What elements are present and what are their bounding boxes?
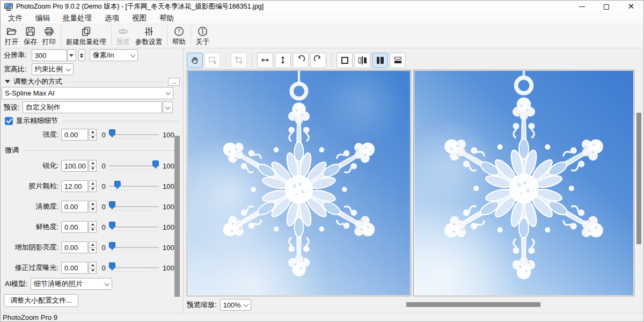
shadow-brightness-input[interactable]: 0.00	[61, 241, 88, 253]
sharpen-slider[interactable]	[109, 160, 159, 172]
menu-file[interactable]: 文件	[2, 13, 29, 24]
view-top-bottom-button[interactable]	[390, 53, 406, 68]
original-image-pane[interactable]	[187, 70, 411, 296]
crop-tool-button	[231, 53, 247, 68]
slider-handle[interactable]	[109, 222, 115, 230]
resize-method-combo[interactable]: S-Spline Max AI	[2, 87, 173, 99]
menu-edit[interactable]: 编辑	[29, 13, 56, 24]
overexposure-slider-row: 修正过度曝光: 0.00 0 100	[1, 261, 173, 274]
photozoom-window: PhotoZoom Pro 9.0.2 (Demo 版本) - [千库网_冬天冬…	[0, 0, 644, 322]
pan-hand-icon	[190, 55, 200, 65]
save-button[interactable]: 保存	[21, 25, 40, 47]
preview-button: 预览	[114, 25, 133, 47]
shadow-brightness-spinner[interactable]	[89, 241, 97, 253]
finetune-group-label: 微调	[5, 145, 19, 155]
film-grain-slider[interactable]	[109, 180, 159, 192]
minimize-button[interactable]	[569, 1, 594, 13]
preset-label: 预设:	[4, 103, 20, 112]
resolution-spin-button[interactable]	[78, 49, 85, 61]
close-button[interactable]: ✕	[619, 1, 643, 13]
menu-view[interactable]: 视图	[126, 13, 153, 24]
strength-spinner[interactable]	[89, 129, 97, 141]
toolbar-separator	[191, 26, 191, 46]
view-single-button[interactable]	[336, 53, 353, 68]
rotate-left-icon	[296, 55, 305, 65]
resolution-unit-combo[interactable]: 像素/in	[90, 49, 138, 61]
parameters-sliders-icon	[143, 26, 155, 37]
sharpen-input[interactable]: 100.00	[61, 160, 88, 172]
crispness-slider[interactable]	[109, 201, 159, 213]
vividness-slider[interactable]	[109, 221, 159, 233]
slider-handle[interactable]	[109, 242, 115, 250]
rotate-left-button[interactable]	[292, 53, 309, 68]
vividness-input[interactable]: 0.00	[61, 221, 88, 233]
overexposure-spinner[interactable]	[89, 262, 97, 274]
fine-detail-checkbox[interactable]	[5, 117, 13, 125]
help-button[interactable]: ? 帮助	[170, 25, 188, 47]
slider-handle[interactable]	[109, 262, 115, 270]
pan-tool-button[interactable]	[187, 53, 203, 68]
collapse-arrow-icon[interactable]	[5, 80, 10, 83]
crispness-spinner[interactable]	[89, 201, 97, 213]
new-batch-button[interactable]: 新建批量处理	[63, 25, 109, 47]
more-options-button[interactable]: ...	[168, 78, 180, 86]
overexposure-slider[interactable]	[109, 262, 159, 274]
ai-model-combo[interactable]: 细节清晰的照片	[31, 278, 112, 290]
menu-bar: 文件 编辑 批量处理 选项 视图 帮助	[1, 13, 643, 24]
view-split-button[interactable]	[354, 53, 370, 68]
crispness-input[interactable]: 0.00	[61, 201, 88, 213]
preview-zoom-combo[interactable]: 100%	[220, 299, 251, 311]
horizontal-scrollbar[interactable]	[406, 302, 540, 307]
sharpen-spinner[interactable]	[89, 160, 97, 172]
original-snowflake-image	[188, 71, 410, 295]
menu-batch[interactable]: 批量处理	[56, 13, 98, 24]
slider-handle[interactable]	[109, 201, 115, 209]
flip-horizontal-icon	[260, 55, 270, 65]
minimize-icon	[579, 6, 585, 7]
slider-handle[interactable]	[109, 129, 115, 137]
film-grain-input[interactable]: 12.00	[61, 180, 88, 192]
slider-handle[interactable]	[114, 181, 121, 189]
chevron-down-icon	[104, 281, 109, 286]
film-grain-spinner[interactable]	[89, 180, 97, 192]
result-image-pane[interactable]	[413, 70, 634, 296]
menu-help[interactable]: 帮助	[153, 13, 180, 24]
rotate-right-button[interactable]	[310, 53, 326, 68]
vividness-spinner[interactable]	[89, 221, 97, 233]
panel-scrollbar[interactable]	[174, 136, 180, 297]
about-button[interactable]: 关于	[193, 25, 212, 47]
strength-input[interactable]: 0.00	[61, 129, 88, 141]
preset-input[interactable]: 自定义制作	[23, 101, 162, 113]
parameters-button[interactable]: 参数设置	[133, 25, 165, 47]
open-button[interactable]: 打开	[2, 25, 21, 47]
flip-horizontal-button[interactable]	[257, 53, 273, 68]
print-button[interactable]: 打印	[40, 25, 58, 47]
open-folder-icon	[6, 26, 17, 37]
aspect-ratio-combo[interactable]: 约束比例	[32, 63, 74, 75]
flip-vertical-button[interactable]	[275, 53, 291, 68]
view-top-bottom-icon	[394, 57, 401, 63]
resolution-dropdown-button[interactable]	[67, 49, 76, 61]
resize-profile-button[interactable]: 调整大小配置文件...	[4, 294, 78, 307]
about-icon	[197, 26, 208, 37]
maximize-button[interactable]	[594, 1, 619, 13]
save-icon	[25, 26, 36, 37]
resolution-input[interactable]: 300	[32, 49, 67, 61]
vertical-scrollbar[interactable]	[636, 113, 641, 244]
overexposure-input[interactable]: 0.00	[61, 262, 88, 274]
vividness-slider-row: 鲜艳度: 0.00 0 100	[1, 221, 173, 233]
status-text: PhotoZoom Pro 9	[3, 313, 57, 321]
view-single-icon	[341, 57, 348, 64]
chevron-down-icon	[165, 104, 170, 109]
film-grain-slider-row: 胶片颗粒: 12.00 0 100	[1, 180, 173, 193]
slider-handle[interactable]	[152, 160, 159, 169]
menu-options[interactable]: 选项	[98, 13, 126, 24]
shadow-brightness-slider[interactable]	[109, 241, 159, 253]
chevron-down-icon	[166, 90, 171, 95]
shadow-brightness-slider-row: 增加阴影亮度: 0.00 0 100	[1, 241, 173, 254]
view-side-by-side-button[interactable]	[372, 53, 388, 68]
strength-slider[interactable]	[109, 129, 159, 141]
preset-dropdown-button[interactable]	[163, 101, 173, 113]
toolbar-separator	[111, 26, 112, 46]
view-split-icon	[358, 56, 367, 64]
